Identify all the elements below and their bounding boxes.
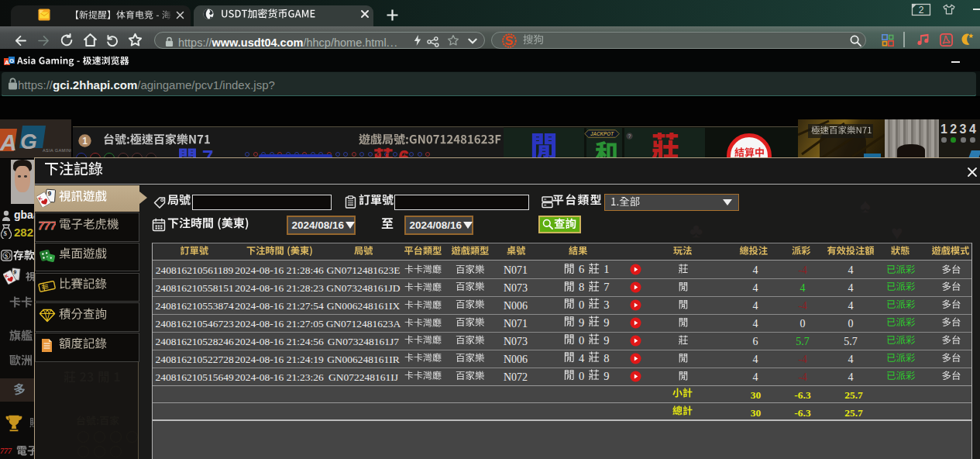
svg-text:ASIA GAMING: ASIA GAMING: [43, 148, 71, 153]
svg-text:1: 1: [82, 136, 88, 147]
svg-text:2: 2: [919, 5, 924, 16]
svg-text:G: G: [9, 57, 14, 64]
svg-text:S: S: [5, 253, 9, 260]
svg-text:*: *: [7, 218, 9, 224]
svg-text:A: A: [0, 129, 17, 155]
svg-text:G: G: [20, 129, 37, 154]
svg-text:?: ?: [628, 133, 631, 139]
svg-text:$: $: [4, 230, 8, 237]
svg-text:777: 777: [39, 219, 56, 232]
svg-text:JACKPOT: JACKPOT: [590, 131, 614, 136]
